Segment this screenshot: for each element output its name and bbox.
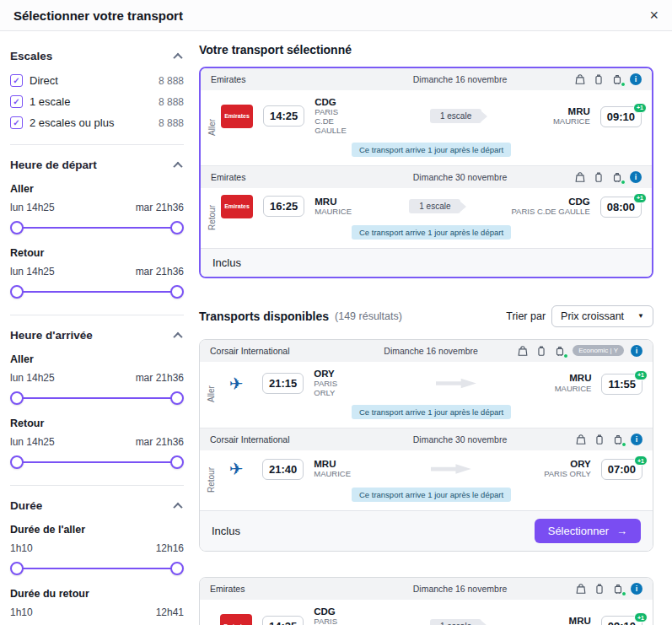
emirates-logo: Emirates bbox=[220, 614, 252, 625]
range-slider bbox=[10, 455, 184, 470]
filters-sidebar: Escales ✓ Direct 8 888 ✓ 1 escale 8 888 … bbox=[0, 31, 192, 625]
slider-label: Durée du retour bbox=[10, 588, 184, 600]
emirates-logo: Emirates bbox=[221, 195, 253, 218]
filter-option-label: Direct bbox=[30, 74, 58, 87]
transport-card-emirates: Emirates Dimanche 16 novembre i Aller bbox=[199, 577, 653, 625]
handbag-icon bbox=[517, 345, 529, 357]
checkbox-checked-icon[interactable]: ✓ bbox=[10, 116, 23, 129]
slider-max-value: mar 21h36 bbox=[136, 266, 184, 277]
airport-code: MRU bbox=[554, 616, 591, 625]
airport-city: PARIS ORLY bbox=[544, 470, 591, 479]
checked-luggage-icon bbox=[611, 171, 623, 183]
carryon-bag-icon bbox=[593, 73, 605, 85]
transport-segment-aller: Emirates Dimanche 16 novembre i Aller bbox=[200, 578, 653, 625]
selected-transport-card: Emirates Dimanche 16 novembre i Aller bbox=[199, 67, 653, 278]
departure-airport: CDG PARIS C.DE GAULLE bbox=[314, 97, 358, 136]
slider-min-value: lun 14h25 bbox=[10, 372, 55, 384]
status-dot bbox=[621, 442, 626, 447]
slider-handle-min[interactable] bbox=[10, 562, 24, 575]
slider-track bbox=[17, 397, 177, 399]
slider-track bbox=[17, 227, 177, 229]
slider-handle-max[interactable] bbox=[170, 285, 184, 299]
carryon-bag-icon bbox=[593, 171, 605, 183]
airport-city: PARIS C.DE GAULLE bbox=[314, 617, 358, 625]
chevron-up-icon[interactable] bbox=[173, 161, 182, 170]
slider-handle-min[interactable] bbox=[10, 391, 24, 405]
results-panel: Votre transport sélectionné Emirates Dim… bbox=[192, 31, 672, 625]
direct-arrow-icon bbox=[431, 464, 471, 475]
filter-option-count: 8 888 bbox=[159, 96, 184, 108]
info-icon[interactable]: i bbox=[630, 171, 642, 183]
info-icon[interactable]: i bbox=[631, 434, 642, 445]
arrival-airport: MRU MAURICE bbox=[555, 373, 592, 393]
filter-section-heure-arrivee[interactable]: Heure d'arrivée bbox=[10, 329, 184, 342]
checkbox-checked-icon[interactable]: ✓ bbox=[10, 95, 23, 108]
chevron-up-icon[interactable] bbox=[173, 52, 182, 62]
checkbox-checked-icon[interactable]: ✓ bbox=[10, 74, 23, 87]
status-dot bbox=[621, 591, 626, 596]
direction-label: Aller bbox=[202, 97, 221, 157]
card-footer: Inclus Sélectionner → bbox=[200, 510, 653, 551]
airport-city: MAURICE bbox=[314, 470, 358, 479]
slider-handle-min[interactable] bbox=[10, 221, 24, 234]
filter-option-1-escale[interactable]: ✓ 1 escale 8 888 bbox=[10, 95, 184, 108]
modal-header: Sélectionner votre transport × bbox=[0, 0, 672, 31]
airport-code: MRU bbox=[555, 373, 592, 384]
filter-option-label: 1 escale bbox=[30, 95, 70, 108]
next-day-note: Ce transport arrive 1 jour après le dépa… bbox=[352, 143, 511, 157]
filter-option-2-escales[interactable]: ✓ 2 escales ou plus 8 888 bbox=[10, 116, 184, 129]
page-title: Sélectionner votre transport bbox=[13, 8, 183, 23]
slider-handle-max[interactable] bbox=[170, 562, 184, 575]
filter-section-duree[interactable]: Durée bbox=[10, 499, 184, 512]
range-slider bbox=[10, 284, 184, 299]
range-slider bbox=[10, 391, 184, 406]
airline-name: Emirates bbox=[211, 74, 346, 84]
slider-label: Durée de l'aller bbox=[10, 524, 184, 536]
baggage-icons: i bbox=[575, 434, 642, 445]
filter-section-escales[interactable]: Escales bbox=[10, 50, 184, 62]
handbag-icon bbox=[574, 171, 586, 183]
divider bbox=[10, 485, 184, 486]
economy-class-badge: Economic | Y bbox=[573, 345, 624, 356]
filter-option-direct[interactable]: ✓ Direct 8 888 bbox=[10, 74, 184, 87]
departure-airport: CDG PARIS C.DE GAULLE bbox=[314, 606, 358, 625]
info-icon[interactable]: i bbox=[630, 73, 642, 85]
slider-max-value: mar 21h36 bbox=[136, 372, 184, 384]
slider-min-value: lun 14h25 bbox=[10, 436, 55, 448]
baggage-icons: Economic | Y i bbox=[517, 345, 642, 357]
slider-handle-min[interactable] bbox=[10, 455, 24, 469]
slider-handle-max[interactable] bbox=[170, 455, 184, 469]
carryon-bag-icon bbox=[535, 345, 547, 357]
slider-track bbox=[17, 461, 177, 463]
filter-section-title: Durée bbox=[10, 499, 42, 512]
airport-city: PARIS ORLY bbox=[314, 380, 358, 398]
slider-label: Aller bbox=[10, 183, 184, 195]
divider bbox=[10, 144, 184, 145]
slider-handle-max[interactable] bbox=[170, 221, 184, 234]
chevron-up-icon[interactable] bbox=[173, 502, 182, 511]
transport-card-corsair: Corsair International Dimanche 16 novemb… bbox=[199, 339, 653, 552]
direction-label: Aller bbox=[202, 606, 220, 625]
departure-time: 14:25 bbox=[263, 105, 304, 127]
slider-max-value: mar 21h36 bbox=[136, 436, 184, 448]
info-icon[interactable]: i bbox=[631, 583, 642, 595]
filter-section-heure-depart[interactable]: Heure de départ bbox=[10, 159, 184, 171]
direction-label: Retour bbox=[202, 195, 221, 240]
segment-date: Dimanche 30 novembre bbox=[346, 172, 574, 182]
arrival-airport: CDG PARIS C.DE GAULLE bbox=[511, 197, 589, 217]
slider-handle-max[interactable] bbox=[170, 391, 184, 405]
included-label: Inclus bbox=[212, 256, 241, 269]
direction-label: Aller bbox=[202, 369, 220, 419]
filter-option-count: 8 888 bbox=[159, 117, 184, 129]
chevron-up-icon[interactable] bbox=[173, 331, 182, 341]
stops-badge: 1 escale bbox=[409, 199, 460, 213]
handbag-icon bbox=[574, 73, 586, 85]
status-dot bbox=[621, 82, 626, 87]
departure-time: 16:25 bbox=[263, 196, 304, 217]
close-icon[interactable]: × bbox=[649, 8, 659, 23]
selected-section-title: Votre transport sélectionné bbox=[199, 43, 653, 57]
slider-handle-min[interactable] bbox=[10, 285, 24, 299]
info-icon[interactable]: i bbox=[631, 345, 642, 357]
sort-dropdown[interactable]: Prix croissant ▼ bbox=[551, 305, 653, 327]
select-button[interactable]: Sélectionner → bbox=[535, 519, 641, 543]
